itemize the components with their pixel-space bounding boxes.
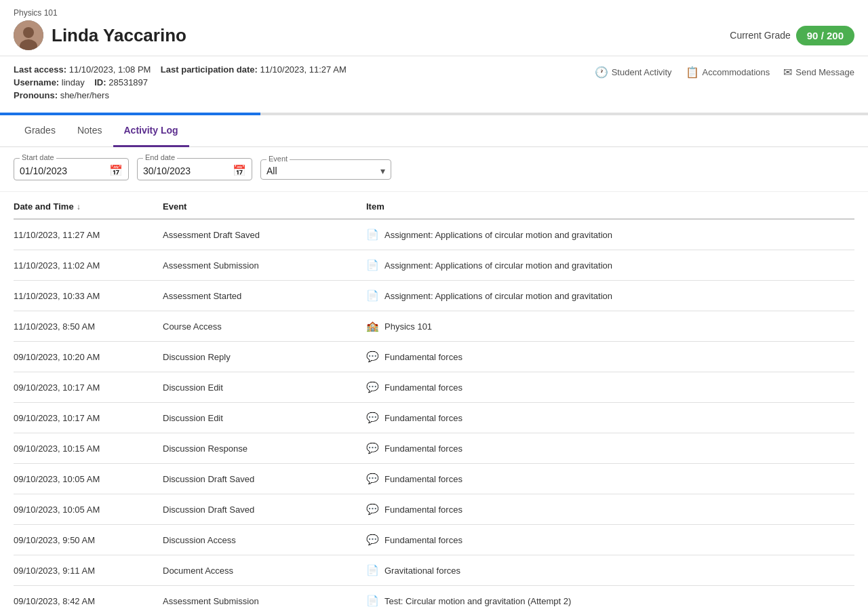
table-row: 11/10/2023, 8:50 AM Course Access 🏫 Phys… bbox=[14, 311, 854, 342]
item-name: Physics 101 bbox=[384, 321, 432, 332]
start-date-calendar-icon[interactable]: 📅 bbox=[109, 164, 123, 177]
end-date-label: End date bbox=[143, 153, 177, 161]
td-event: Discussion Draft Saved bbox=[163, 505, 366, 515]
tab-activity-log[interactable]: Activity Log bbox=[113, 115, 189, 147]
grade-label: Current Grade bbox=[730, 30, 790, 41]
th-event-label: Event bbox=[163, 201, 186, 212]
td-item: 📄 Assignment: Applications of circular m… bbox=[366, 290, 854, 302]
item-type-icon: 📄 bbox=[366, 229, 379, 241]
table-header: Date and Time ↓ Event Item bbox=[14, 192, 854, 220]
td-date: 09/10/2023, 9:11 AM bbox=[14, 566, 163, 576]
student-name: Linda Yaccarino bbox=[52, 25, 186, 46]
grade-wrapper: Current Grade 90 / 200 bbox=[730, 26, 854, 45]
item-name: Test: Circular motion and gravitation (A… bbox=[384, 596, 571, 606]
last-access-label: Last access: bbox=[14, 64, 66, 75]
item-type-icon: 💬 bbox=[366, 412, 379, 424]
table-row: 09/10/2023, 10:17 AM Discussion Edit 💬 F… bbox=[14, 372, 854, 403]
td-event: Document Access bbox=[163, 566, 366, 576]
item-name: Fundamental forces bbox=[384, 352, 462, 362]
send-message-action[interactable]: ✉ Send Message bbox=[783, 66, 854, 79]
event-filter-select[interactable]: All Assessment Draft Saved Assessment Su… bbox=[267, 165, 385, 176]
td-event: Assessment Submission bbox=[163, 596, 366, 606]
item-name: Fundamental forces bbox=[384, 413, 462, 423]
td-item: 💬 Fundamental forces bbox=[366, 473, 854, 485]
td-date: 11/10/2023, 11:02 AM bbox=[14, 260, 163, 271]
th-item-label: Item bbox=[366, 201, 384, 212]
item-type-icon: 💬 bbox=[366, 351, 379, 363]
table-body: 11/10/2023, 11:27 AM Assessment Draft Sa… bbox=[14, 220, 854, 611]
top-bar: Physics 101 Linda Yaccarino Current Grad… bbox=[0, 0, 868, 56]
item-type-icon: 💬 bbox=[366, 473, 379, 485]
svg-point-1 bbox=[23, 27, 34, 38]
info-bar: Last access: 11/10/2023, 1:08 PM Last pa… bbox=[0, 56, 868, 115]
send-message-label: Send Message bbox=[795, 67, 854, 77]
table-row: 09/10/2023, 8:42 AM Assessment Submissio… bbox=[14, 586, 854, 611]
start-date-field: Start date 01/10/2023 📅 bbox=[14, 158, 129, 180]
id-label: ID: bbox=[94, 77, 106, 87]
td-event: Assessment Started bbox=[163, 291, 366, 301]
event-filter-field: Event All Assessment Draft Saved Assessm… bbox=[260, 159, 391, 180]
item-type-icon: 📄 bbox=[366, 290, 379, 302]
td-item: 💬 Fundamental forces bbox=[366, 534, 854, 546]
student-activity-action[interactable]: 🕐 Student Activity bbox=[595, 66, 672, 79]
info-line-pronouns: Pronouns: she/her/hers bbox=[14, 90, 854, 100]
course-name: Physics 101 bbox=[14, 8, 854, 18]
td-event: Discussion Edit bbox=[163, 382, 366, 393]
table-row: 11/10/2023, 11:02 AM Assessment Submissi… bbox=[14, 250, 854, 281]
td-event: Discussion Response bbox=[163, 444, 366, 454]
td-item: 💬 Fundamental forces bbox=[366, 503, 854, 515]
td-event: Discussion Reply bbox=[163, 352, 366, 362]
th-item: Item bbox=[366, 201, 854, 212]
info-line-ids: Username: linday ID: 28531897 bbox=[14, 77, 854, 87]
td-date: 09/10/2023, 10:17 AM bbox=[14, 382, 163, 393]
end-date-calendar-icon[interactable]: 📅 bbox=[233, 164, 246, 177]
table-row: 09/10/2023, 10:15 AM Discussion Response… bbox=[14, 433, 854, 464]
td-date: 11/10/2023, 10:33 AM bbox=[14, 291, 163, 301]
info-actions: 🕐 Student Activity 📋 Accommodations ✉ Se… bbox=[595, 66, 854, 79]
avatar bbox=[14, 20, 43, 50]
tab-bar: Grades Notes Activity Log bbox=[0, 115, 868, 147]
td-date: 09/10/2023, 9:50 AM bbox=[14, 535, 163, 545]
item-name: Assignment: Applications of circular mot… bbox=[384, 260, 612, 271]
event-filter-label: Event bbox=[267, 155, 290, 163]
item-type-icon: 💬 bbox=[366, 503, 379, 515]
th-date: Date and Time ↓ bbox=[14, 201, 163, 212]
item-name: Fundamental forces bbox=[384, 474, 462, 484]
table-row: 11/10/2023, 11:27 AM Assessment Draft Sa… bbox=[14, 220, 854, 250]
item-type-icon: 💬 bbox=[366, 534, 379, 546]
item-type-icon: 🏫 bbox=[366, 320, 379, 332]
username-value: linday bbox=[62, 77, 85, 87]
table-row: 09/10/2023, 10:05 AM Discussion Draft Sa… bbox=[14, 494, 854, 525]
td-item: 📄 Gravitational forces bbox=[366, 564, 854, 576]
td-event: Discussion Draft Saved bbox=[163, 474, 366, 484]
accommodations-action[interactable]: 📋 Accommodations bbox=[686, 66, 770, 79]
table-row: 09/10/2023, 10:20 AM Discussion Reply 💬 … bbox=[14, 342, 854, 372]
td-date: 09/10/2023, 10:05 AM bbox=[14, 505, 163, 515]
item-name: Assignment: Applications of circular mot… bbox=[384, 230, 612, 240]
tab-grades[interactable]: Grades bbox=[14, 115, 66, 147]
td-item: 📄 Test: Circular motion and gravitation … bbox=[366, 595, 854, 607]
filters-row: Start date 01/10/2023 📅 End date 30/10/2… bbox=[0, 147, 868, 192]
tab-notes[interactable]: Notes bbox=[66, 115, 113, 147]
table-row: 09/10/2023, 9:50 AM Discussion Access 💬 … bbox=[14, 525, 854, 555]
id-value: 28531897 bbox=[108, 77, 148, 87]
table-row: 09/10/2023, 9:11 AM Document Access 📄 Gr… bbox=[14, 555, 854, 586]
clock-icon: 🕐 bbox=[595, 66, 608, 79]
item-type-icon: 💬 bbox=[366, 381, 379, 393]
end-date-value: 30/10/2023 bbox=[143, 165, 191, 176]
th-event: Event bbox=[163, 201, 366, 212]
item-name: Gravitational forces bbox=[384, 566, 460, 576]
grade-badge: 90 / 200 bbox=[796, 26, 854, 45]
td-event: Discussion Edit bbox=[163, 413, 366, 423]
end-date-field: End date 30/10/2023 📅 bbox=[137, 158, 252, 180]
td-item: 💬 Fundamental forces bbox=[366, 381, 854, 393]
td-item: 💬 Fundamental forces bbox=[366, 351, 854, 363]
item-name: Fundamental forces bbox=[384, 535, 462, 545]
pronouns-label: Pronouns: bbox=[14, 90, 58, 100]
td-item: 💬 Fundamental forces bbox=[366, 442, 854, 454]
item-name: Fundamental forces bbox=[384, 382, 462, 393]
username-label: Username: bbox=[14, 77, 59, 87]
table-row: 09/10/2023, 10:17 AM Discussion Edit 💬 F… bbox=[14, 403, 854, 433]
td-event: Discussion Access bbox=[163, 535, 366, 545]
td-date: 09/10/2023, 8:42 AM bbox=[14, 596, 163, 606]
